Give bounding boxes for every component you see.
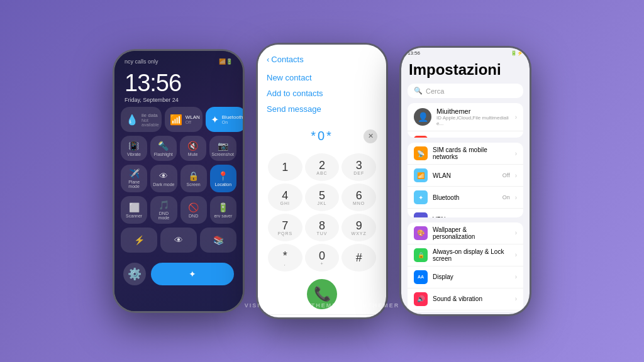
cc-tile-eye[interactable]: 👁: [160, 228, 197, 253]
nav-contacts[interactable]: 👤 Contacts: [309, 319, 335, 319]
cc-tile-book[interactable]: 📚: [200, 228, 236, 253]
airplane-label: Plane mode: [123, 180, 145, 189]
settings-sim[interactable]: 📡 SIM cards & mobile networks ›: [408, 143, 523, 165]
settings-lockscreen[interactable]: 🔒 Always-on display & Lock screen ›: [408, 244, 523, 266]
lockscreen-icon: 🔒: [414, 248, 428, 262]
key-1[interactable]: 1: [268, 153, 303, 181]
settings-wallpaper[interactable]: 🎨 Wallpaper & personalization ›: [408, 222, 523, 244]
data-label: ile data: [142, 112, 159, 118]
dialer-header: ‹ Contacts: [258, 45, 386, 68]
cc-tile-dnd[interactable]: 🚫 DND: [180, 196, 207, 224]
settings-display[interactable]: AA Display ›: [408, 266, 523, 288]
settings-bluetooth[interactable]: ✦ Bluetooth On ›: [408, 187, 523, 209]
cc-status-left: ncy calls only: [125, 58, 158, 65]
bluetooth-settings-value: On: [502, 194, 510, 200]
key-2[interactable]: 2ABC: [305, 153, 340, 181]
menu-new-contact[interactable]: New contact: [267, 73, 377, 82]
cc-row-5: ⚡ 👁 📚: [121, 228, 236, 253]
key-9[interactable]: 9WXYZ: [341, 214, 376, 241]
back-link[interactable]: ‹ Contacts: [267, 55, 377, 64]
cc-status-bar: ncy calls only 📶🔋: [121, 57, 236, 66]
vibrate-label: Vibrate: [127, 152, 141, 156]
screenshot-icon: 📷: [218, 141, 228, 151]
settings-vpn[interactable]: VPN VPN ›: [408, 209, 523, 217]
nav-recents[interactable]: 🕐 Recents: [284, 319, 309, 319]
nav-favorites[interactable]: ⭐ Favorites: [258, 319, 284, 319]
dialer-display: *0* ✕: [258, 121, 386, 151]
cc-tile-airplane[interactable]: ✈️ Plane mode: [121, 165, 147, 192]
profile-sub: ID Apple,iCloud,File multimediali e...: [436, 115, 510, 126]
scanner-label: Scanner: [126, 214, 142, 218]
dialer-menu: New contact Add to contacts Send message: [258, 68, 386, 119]
back-chevron-icon: ‹: [267, 55, 269, 64]
cc-tile-darkmode[interactable]: 👁 Dark mode: [150, 165, 177, 192]
cc-tile-saver[interactable]: 🔋 erv saver: [210, 196, 236, 224]
cc-tile-vibrate[interactable]: 📳 Vibrate: [121, 136, 147, 161]
key-4[interactable]: 4GHI: [268, 184, 303, 211]
location-icon: 📍: [218, 171, 228, 181]
voicemail-icon: 📩: [342, 319, 353, 319]
data-sub: Not available: [142, 118, 159, 127]
settings-group-1: 📡 SIM cards & mobile networks › 📶 WLAN O…: [408, 143, 523, 217]
dndmode-label: DND mode: [153, 211, 174, 220]
settings-status-bar: 13:56 🔋⚡: [401, 48, 530, 58]
cc-brightness-bar[interactable]: ✦: [151, 263, 234, 285]
menu-send-message[interactable]: Send message: [267, 104, 377, 114]
cc-tile-location[interactable]: 📍 Location: [210, 165, 236, 192]
key-5[interactable]: 5JKL: [305, 184, 340, 211]
key-3[interactable]: 3DEF: [341, 153, 376, 181]
flashlight-label: Flashlight: [154, 152, 173, 156]
bluetooth-settings-label: Bluetooth: [433, 194, 497, 201]
cc-tile-dndmode[interactable]: 🎵 DND mode: [150, 196, 177, 224]
cc-tile-lightning[interactable]: ⚡: [121, 228, 157, 253]
cc-row-3: ✈️ Plane mode 👁 Dark mode 🔒 Screen 📍 Loc…: [121, 165, 236, 192]
sim-label: SIM cards & mobile networks: [433, 146, 510, 160]
key-8[interactable]: 8TUV: [305, 214, 340, 241]
cc-tile-bluetooth[interactable]: ✦ Bluetooth On: [206, 107, 245, 132]
key-hash[interactable]: #: [341, 244, 376, 272]
settings-wlan[interactable]: 📶 WLAN Off ›: [408, 165, 523, 187]
settings-notifications[interactable]: 🔔 Notifications & Control center ›: [408, 310, 523, 312]
wallpaper-icon: 🎨: [414, 226, 428, 240]
key-0[interactable]: 0+: [305, 244, 340, 272]
cc-tile-screen[interactable]: 🔒 Screen: [180, 165, 207, 192]
call-button[interactable]: 📞: [307, 279, 337, 309]
settings-sound[interactable]: 🔊 Sound & vibration ›: [408, 288, 523, 310]
saver-label: erv saver: [214, 214, 232, 218]
key-7[interactable]: 7PQRS: [268, 214, 303, 241]
key-star[interactable]: *,: [268, 244, 303, 272]
dialer-clear-button[interactable]: ✕: [364, 129, 377, 143]
screen-label: Screen: [187, 182, 201, 187]
cc-tile-flashlight[interactable]: 🔦 Flashlight: [150, 136, 177, 161]
settings-time: 13:56: [408, 50, 420, 56]
settings-status-icons: 🔋⚡: [511, 50, 523, 56]
cc-tile-screenshot[interactable]: 📷 Screenshot: [209, 136, 236, 161]
cc-row-1: 💧 ile data Not available 📶 WLAN Off ✦: [121, 107, 236, 132]
nav-keypad[interactable]: ⌨️ Keypad: [360, 319, 386, 319]
settings-search-bar[interactable]: 🔍 Cerca: [408, 84, 523, 98]
cc-settings-button[interactable]: ⚙️: [123, 263, 146, 285]
airplane-icon: ✈️: [129, 168, 140, 178]
search-icon: 🔍: [414, 87, 423, 95]
saver-icon: 🔋: [218, 202, 228, 212]
profile-row[interactable]: 👤 Miuithemer ID Apple,iCloud,File multim…: [408, 103, 523, 131]
cc-tile-wlan[interactable]: 📶 WLAN Off: [165, 107, 203, 132]
lightning-icon: ⚡: [134, 235, 145, 245]
keypad-icon: ⌨️: [368, 319, 379, 319]
sound-label: Sound & vibration: [433, 295, 510, 302]
iphone-row[interactable]: 📱 iPhone 2021 ›: [408, 131, 523, 138]
settings-profile-group: 👤 Miuithemer ID Apple,iCloud,File multim…: [408, 103, 523, 138]
cc-tile-data[interactable]: 💧 ile data Not available: [121, 107, 162, 132]
darkmode-icon: 👁: [159, 171, 168, 181]
phone3-frame: 13:56 🔋⚡ Impostazioni 🔍 Cerca 👤 Miuithem…: [399, 46, 531, 316]
menu-add-contacts[interactable]: Add to contacts: [267, 89, 377, 98]
sound-icon: 🔊: [414, 292, 428, 306]
cc-time: 13:56: [121, 70, 236, 97]
cc-tile-mute[interactable]: 🔇 Mute: [180, 136, 206, 161]
nav-voicemail[interactable]: 📩 Voicemail: [335, 319, 360, 319]
key-6[interactable]: 6MNO: [341, 184, 376, 211]
water-icon: 💧: [126, 114, 138, 126]
vpn-chevron-icon: ›: [515, 216, 517, 217]
cc-tile-scanner[interactable]: ⬜ Scanner: [121, 196, 147, 224]
vpn-label: VPN: [433, 216, 510, 217]
